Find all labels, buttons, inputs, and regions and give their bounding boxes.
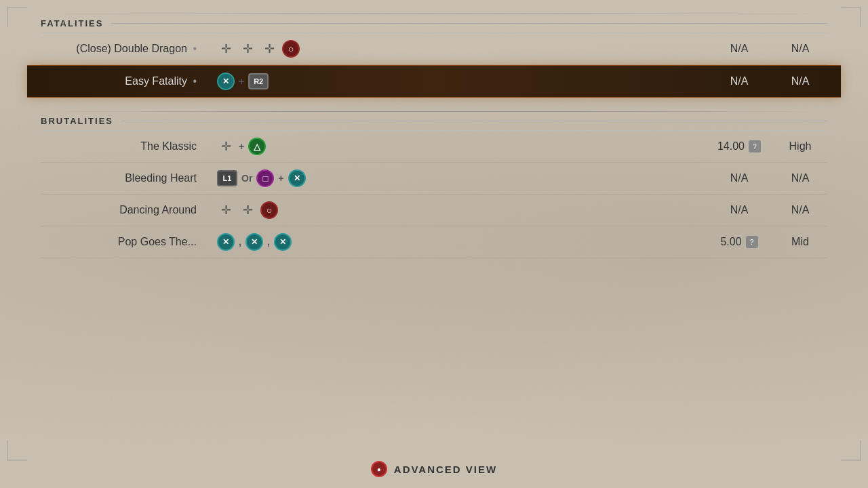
- damage-info-icon-pop: [746, 236, 758, 248]
- triangle-button-klassic: [248, 138, 266, 155]
- dpad-icon-dancing-1: ✛: [217, 201, 235, 219]
- move-row-bleeding-heart: Bleeding Heart L1 Or + N/A N/A: [41, 163, 827, 195]
- dpad-icon-dancing-2: ✛: [239, 201, 256, 219]
- move-damage-the-klassic: 14.00: [705, 140, 773, 152]
- move-inputs-the-klassic: ✛ +: [210, 138, 705, 155]
- move-range-easy-fatality: N/A: [773, 75, 827, 87]
- comma-2: ,: [267, 237, 270, 247]
- move-row-double-dragon: (Close) Double Dragon • ✛ ✛ ✛ N/A N/A: [41, 33, 827, 65]
- move-damage-dancing-around: N/A: [705, 204, 773, 216]
- move-name-pop-goes-the: Pop Goes The...: [41, 236, 210, 248]
- advanced-view-icon: [371, 461, 387, 477]
- move-damage-bleeding-heart: N/A: [705, 172, 773, 184]
- move-damage-pop-goes-the: 5.00: [705, 236, 773, 248]
- dpad-icon-2: ✛: [239, 40, 256, 58]
- move-name-bleeding-heart: Bleeding Heart: [41, 172, 210, 184]
- plus-klassic: +: [239, 141, 244, 152]
- dot-separator: •: [193, 43, 197, 54]
- move-range-the-klassic: High: [773, 140, 827, 152]
- move-row-the-klassic: The Klassic ✛ + 14.00 High: [41, 131, 827, 163]
- r2-button-icon: R2: [248, 73, 269, 89]
- brutalities-section: BRUTALITIES The Klassic ✛ + 14.00 High B…: [41, 111, 827, 258]
- plus-bleeding: +: [278, 173, 283, 184]
- move-name-double-dragon: (Close) Double Dragon •: [41, 43, 210, 55]
- move-inputs-bleeding-heart: L1 Or +: [210, 169, 705, 187]
- move-name-easy-fatality: Easy Fatality •: [41, 75, 210, 87]
- fatalities-header: FATALITIES: [41, 14, 827, 33]
- corner-decoration-tl: [7, 7, 27, 27]
- move-inputs-double-dragon: ✛ ✛ ✛: [210, 40, 705, 58]
- move-inputs-easy-fatality: + R2: [210, 73, 705, 90]
- damage-info-icon: [749, 140, 761, 152]
- plus-operator: +: [239, 76, 244, 87]
- advanced-view-button[interactable]: ADVANCED VIEW: [371, 461, 497, 477]
- square-button-icon: [256, 169, 274, 187]
- main-content: FATALITIES (Close) Double Dragon • ✛ ✛ ✛…: [41, 0, 827, 258]
- x-button-icon: [217, 73, 235, 90]
- move-row-pop-goes-the: Pop Goes The... , , 5.00 Mid: [41, 226, 827, 258]
- brutalities-header-line: [121, 121, 827, 121]
- move-inputs-dancing-around: ✛ ✛: [210, 201, 705, 219]
- x-button-bleeding: [288, 169, 306, 187]
- fatalities-header-line: [111, 23, 827, 24]
- dpad-icon-3: ✛: [260, 40, 278, 58]
- fatalities-title: FATALITIES: [41, 18, 103, 28]
- move-range-bleeding-heart: N/A: [773, 172, 827, 184]
- dpad-icon-1: ✛: [217, 40, 235, 58]
- dpad-icon-klassic: ✛: [217, 138, 235, 155]
- circle-button-dancing: [260, 201, 278, 219]
- fatalities-section: FATALITIES (Close) Double Dragon • ✛ ✛ ✛…: [41, 14, 827, 98]
- move-damage-easy-fatality: N/A: [705, 75, 773, 87]
- move-range-pop-goes-the: Mid: [773, 236, 827, 248]
- circle-button-icon: [282, 40, 300, 58]
- comma-1: ,: [239, 237, 241, 247]
- corner-decoration-tr: [841, 7, 861, 27]
- move-range-dancing-around: N/A: [773, 204, 827, 216]
- x-button-pop-1: [217, 233, 235, 251]
- l1-button-icon: L1: [217, 170, 237, 186]
- x-button-pop-3: [274, 233, 292, 251]
- brutalities-title: BRUTALITIES: [41, 116, 113, 126]
- x-button-pop-2: [245, 233, 263, 251]
- move-damage-double-dragon: N/A: [705, 43, 773, 55]
- brutalities-header: BRUTALITIES: [41, 112, 827, 131]
- move-name-the-klassic: The Klassic: [41, 140, 210, 152]
- move-name-dancing-around: Dancing Around: [41, 204, 210, 216]
- move-inputs-pop-goes-the: , ,: [210, 233, 705, 251]
- move-row-easy-fatality[interactable]: Easy Fatality • + R2 N/A N/A: [27, 65, 841, 98]
- move-range-double-dragon: N/A: [773, 43, 827, 55]
- bottom-bar: ADVANCED VIEW: [0, 450, 868, 488]
- or-operator: Or: [241, 173, 252, 184]
- move-row-dancing-around: Dancing Around ✛ ✛ N/A N/A: [41, 195, 827, 226]
- dot-separator-2: •: [193, 75, 197, 87]
- advanced-view-label: ADVANCED VIEW: [394, 464, 497, 475]
